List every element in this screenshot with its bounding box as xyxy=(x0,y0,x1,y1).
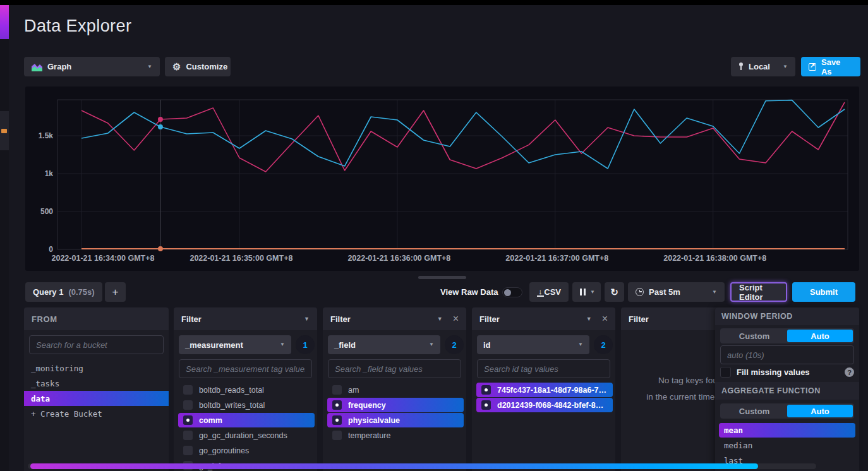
selected-count-badge: 2 xyxy=(594,335,613,354)
submit-button[interactable]: Submit xyxy=(792,282,855,302)
chevron-down-icon[interactable]: ▼ xyxy=(437,316,443,322)
x-tick-label: 2022-01-21 16:35:00 GMT+8 xyxy=(169,254,314,263)
visualization-type-dropdown[interactable]: Graph ▼ xyxy=(24,57,160,76)
filter-panel-title: Filter xyxy=(181,314,202,324)
time-range-dropdown[interactable]: Past 5m ▼ xyxy=(628,282,725,302)
chevron-down-icon: ▼ xyxy=(590,290,595,295)
tag-value-label: boltdb_reads_total xyxy=(199,386,264,395)
plot-border xyxy=(57,100,848,249)
gear-icon: ⚙ xyxy=(172,62,181,71)
timeseries-chart[interactable] xyxy=(25,86,859,271)
aggregate-function-item[interactable]: mean xyxy=(719,423,855,438)
close-icon[interactable]: × xyxy=(602,314,608,324)
y-tick-label: 1k xyxy=(28,169,53,178)
visualization-type-label: Graph xyxy=(47,62,71,71)
tag-value-label: comm xyxy=(199,416,222,425)
add-query-button[interactable]: + xyxy=(105,282,126,302)
download-csv-button[interactable]: CSV xyxy=(529,282,569,302)
filter-panel-header: Filter▼× xyxy=(472,307,615,330)
bucket-search-input[interactable] xyxy=(29,335,164,354)
filter-panel-id: Filter▼×id▼2745fc437-18a1-48d7-98a6-7…d2… xyxy=(472,307,615,471)
close-icon[interactable]: × xyxy=(453,314,459,324)
chevron-down-icon: ▼ xyxy=(712,290,717,295)
chevron-down-icon[interactable]: ▼ xyxy=(586,316,592,322)
window-period-mode-toggle: Custom Auto xyxy=(720,328,854,343)
query-tab[interactable]: Query 1 (0.75s) xyxy=(25,282,102,302)
tag-value-item[interactable]: go_gc_duration_seconds xyxy=(178,428,315,443)
bucket-item[interactable]: _monitoring xyxy=(24,361,169,376)
from-bucket-panel: FROM _monitoring_tasksdata+ Create Bucke… xyxy=(24,307,169,471)
tag-value-search-input[interactable] xyxy=(179,359,312,378)
checkbox-checked-icon[interactable] xyxy=(332,415,342,425)
bucket-item[interactable]: data xyxy=(24,391,169,406)
from-panel-header: FROM xyxy=(24,307,169,330)
tag-value-item[interactable]: boltdb_writes_total xyxy=(178,398,315,412)
left-nav-rail xyxy=(0,5,9,471)
y-tick-label: 500 xyxy=(28,207,53,216)
clock-icon xyxy=(636,288,644,296)
tag-key-dropdown[interactable]: id▼ xyxy=(477,335,589,354)
customize-label: Customize xyxy=(186,62,227,71)
tag-value-item[interactable]: frequency xyxy=(327,398,464,412)
refresh-button[interactable]: ↻ xyxy=(605,282,624,302)
horizontal-scrollbar-track[interactable] xyxy=(28,463,816,469)
tag-value-search-input[interactable] xyxy=(477,359,610,378)
checkbox-icon[interactable] xyxy=(332,431,342,440)
filter-panel-header: Filter▼ xyxy=(174,307,317,330)
window-period-input[interactable] xyxy=(720,345,854,364)
toggle-knob xyxy=(504,289,511,296)
checkbox-checked-icon[interactable] xyxy=(481,385,491,395)
window-auto-option[interactable]: Auto xyxy=(787,330,853,342)
aggregate-custom-option[interactable]: Custom xyxy=(721,405,787,417)
window-custom-option[interactable]: Custom xyxy=(721,330,787,342)
tag-value-item[interactable]: temperature xyxy=(327,428,464,443)
tag-value-item[interactable]: comm xyxy=(178,413,315,427)
aggregate-function-item[interactable]: median xyxy=(719,438,855,453)
tag-value-item[interactable]: d2012439-f068-4842-bfef-8… xyxy=(476,398,613,412)
view-raw-data-toggle[interactable] xyxy=(502,287,522,297)
checkbox-icon[interactable] xyxy=(183,431,193,440)
pause-button[interactable]: ▼ xyxy=(572,282,601,302)
checkbox-checked-icon[interactable] xyxy=(183,415,193,425)
influx-logo-sliver[interactable] xyxy=(0,5,9,39)
checkbox-icon[interactable] xyxy=(183,446,193,455)
customize-button[interactable]: ⚙ Customize xyxy=(165,57,231,76)
tag-value-item[interactable]: 745fc437-18a1-48d7-98a6-7… xyxy=(476,383,613,397)
script-editor-button[interactable]: Script Editor xyxy=(730,282,787,302)
chevron-down-icon[interactable]: ▼ xyxy=(304,316,310,322)
tag-value-item[interactable]: boltdb_reads_total xyxy=(178,383,315,397)
resize-divider-handle[interactable] xyxy=(418,276,466,279)
aggregate-auto-option[interactable]: Auto xyxy=(787,405,853,417)
chevron-down-icon: ▼ xyxy=(147,64,152,69)
filter-panel-_field: Filter▼×_field▼2amfrequencyphysicalvalue… xyxy=(323,307,466,471)
bucket-item[interactable]: + Create Bucket xyxy=(24,406,169,421)
from-panel-title: FROM xyxy=(32,314,57,324)
checkbox-checked-icon[interactable] xyxy=(481,400,491,410)
tag-value-label: am xyxy=(348,386,359,395)
chevron-down-icon: ▼ xyxy=(429,342,434,347)
checkbox-icon[interactable] xyxy=(183,385,193,395)
checkbox-checked-icon[interactable] xyxy=(332,400,342,410)
tag-key-dropdown[interactable]: _measurement▼ xyxy=(179,335,291,354)
tag-key-label: _measurement xyxy=(185,340,243,350)
horizontal-scrollbar-thumb[interactable] xyxy=(30,463,758,469)
help-icon[interactable]: ? xyxy=(845,367,854,377)
fill-missing-values-checkbox[interactable] xyxy=(720,367,731,378)
tag-value-item[interactable]: physicalvalue xyxy=(327,413,464,427)
window-aggregate-panel: WINDOW PERIOD Custom Auto Fill missing v… xyxy=(715,307,859,471)
tag-value-item[interactable]: go_goroutines xyxy=(178,443,315,458)
scope-dropdown[interactable]: Local ▼ xyxy=(731,57,795,76)
query-duration: (0.75s) xyxy=(68,287,94,297)
checkbox-icon[interactable] xyxy=(332,385,342,395)
selected-count-badge: 2 xyxy=(445,335,464,354)
save-as-button[interactable]: Save As xyxy=(801,57,860,76)
series-line-series_pink xyxy=(81,102,845,172)
checkbox-icon[interactable] xyxy=(183,400,193,410)
tag-key-dropdown[interactable]: _field▼ xyxy=(328,335,440,354)
bucket-item[interactable]: _tasks xyxy=(24,376,169,391)
aggregate-function-list: meanmedianlast xyxy=(715,422,859,468)
tag-value-item[interactable]: am xyxy=(327,383,464,397)
save-as-label: Save As xyxy=(821,57,853,76)
tag-value-search-input[interactable] xyxy=(328,359,461,378)
query-tab-label: Query 1 xyxy=(33,287,63,297)
